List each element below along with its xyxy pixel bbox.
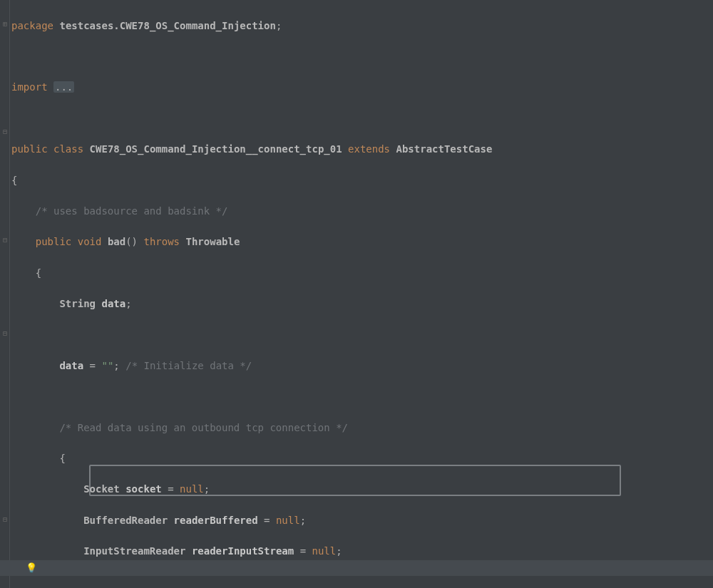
parens: () xyxy=(125,236,138,247)
var-data: data xyxy=(101,298,125,309)
keyword-package: package xyxy=(11,20,53,31)
comment: /* uses badsource and badsink */ xyxy=(36,205,228,217)
keyword-null: null xyxy=(180,483,204,495)
keyword-null: null xyxy=(276,515,300,526)
class-name: CWE78_OS_Command_Injection__connect_tcp_… xyxy=(90,143,342,155)
type-inputstreamreader: InputStreamReader xyxy=(83,545,185,557)
type-socket: Socket xyxy=(83,483,120,495)
type-string: String xyxy=(59,298,96,309)
var-data: data xyxy=(59,360,83,371)
comment: /* Read data using an outbound tcp conne… xyxy=(59,422,348,433)
var-readerbuffered: readerBuffered xyxy=(174,515,258,526)
keyword-null: null xyxy=(312,545,337,557)
method-modifiers: public void xyxy=(36,236,102,247)
code-editor[interactable]: ⊞ ⊟ ⊟ ⊟ ⊟ ⊟ 💡 package testcases.CWE78_OS… xyxy=(0,0,713,588)
operator: = xyxy=(90,360,96,371)
type-bufferedreader: BufferedReader xyxy=(83,515,168,526)
var-readerinputstream: readerInputStream xyxy=(192,545,294,557)
superclass-name: AbstractTestCase xyxy=(396,143,493,155)
string-literal: "" xyxy=(101,360,113,371)
comment: /* Initialize data */ xyxy=(125,360,252,371)
code-area[interactable]: package testcases.CWE78_OS_Command_Injec… xyxy=(0,3,713,588)
package-name: testcases.CWE78_OS_Command_Injection xyxy=(59,20,275,31)
brace: { xyxy=(36,267,41,279)
folded-imports[interactable]: ... xyxy=(53,81,74,93)
keyword-class-decl: public class xyxy=(11,143,83,155)
lightbulb-icon[interactable]: 💡 xyxy=(26,561,37,575)
throwable-type: Throwable xyxy=(185,236,240,247)
method-name: bad xyxy=(108,236,125,247)
brace: { xyxy=(11,175,17,186)
keyword-extends: extends xyxy=(348,143,390,155)
keyword-import: import xyxy=(11,81,48,93)
brace: { xyxy=(59,453,65,464)
keyword-throws: throws xyxy=(143,236,180,247)
var-socket: socket xyxy=(125,483,162,495)
